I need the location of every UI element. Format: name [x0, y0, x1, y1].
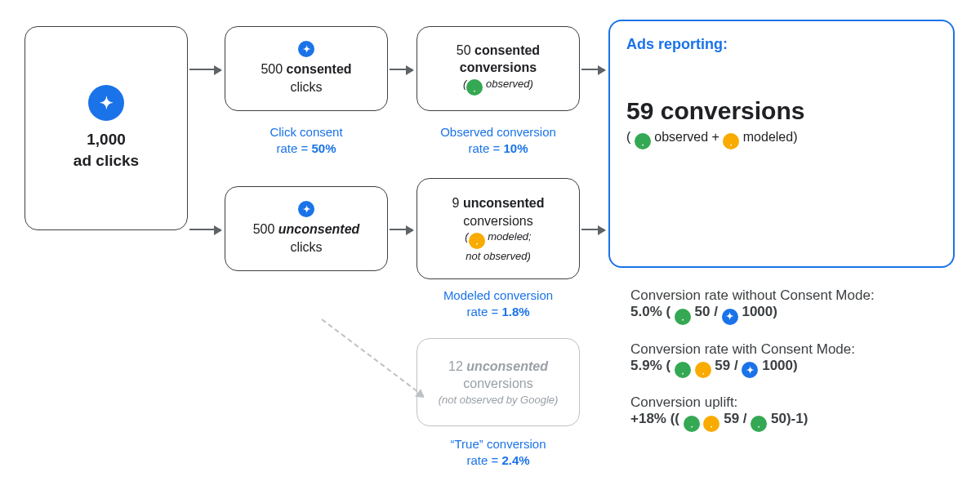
node-consented-clicks: ✦ 500 consented clicks [225, 26, 388, 111]
true-conv-word: unconsented [466, 359, 548, 373]
stats-block: Conversion rate without Consent Mode: 5.… [630, 287, 957, 448]
consented-conv-word: consented [474, 43, 540, 57]
caption-modeled-a: Modeled conversion [418, 287, 578, 304]
true-conv-note: (not observed by Google) [439, 393, 559, 408]
arrow-start-to-consented [189, 69, 220, 70]
caption-true-v: 2.4% [501, 453, 529, 467]
observed-icon: ܂ [675, 309, 691, 325]
panel-ads-reporting: Ads reporting: 59 conversions ( ܂ observ… [608, 20, 955, 268]
node-true-conversions: 12 unconsented conversions (not observed… [416, 338, 580, 426]
stat-row3-label: Conversion uplift: [630, 394, 957, 411]
arrow-unconsented-clicks-to-conv [390, 229, 412, 230]
node-consented-conversions: 50 consented conversions (܂ observed) [416, 26, 580, 111]
unconsented-conv-note: modeled; [488, 230, 531, 243]
observed-icon: ܂ [675, 362, 691, 378]
consented-clicks-label: clicks [290, 78, 322, 96]
caption-true-b: rate = [466, 453, 501, 467]
caption-click-consent-a: Click consent [232, 124, 381, 140]
modeled-icon: ܂ [695, 362, 711, 378]
click-icon: ✦ [722, 309, 738, 325]
report-title: Ads reporting: [626, 34, 728, 54]
arrow-consented-clicks-to-conv [390, 69, 412, 70]
caption-click-consent-b: rate = [277, 141, 312, 155]
unconsented-conv-word: unconsented [463, 196, 545, 210]
true-conv-label: conversions [463, 375, 532, 393]
caption-modeled-v: 1.8% [501, 305, 529, 318]
node-unconsented-conversions: 9 unconsented conversions (܂ modeled; no… [416, 178, 580, 279]
ad-clicks-label: ad clicks [74, 150, 139, 172]
click-icon: ✦ [88, 85, 124, 121]
caption-true: “True” conversion rate = 2.4% [418, 436, 578, 470]
node-unconsented-clicks: ✦ 500 unconsented clicks [225, 186, 388, 271]
observed-icon: ܂ [684, 416, 700, 432]
caption-observed-v: 10% [503, 141, 528, 155]
report-headline: 59 conversions [626, 95, 804, 128]
stat-row1-value: 5.0% ( ܂ 50 / ✦ 1000) [630, 304, 957, 325]
consented-clicks-word: consented [287, 62, 352, 76]
caption-modeled: Modeled conversion rate = 1.8% [418, 287, 578, 321]
unconsented-clicks-label: clicks [290, 238, 322, 256]
caption-observed: Observed conversion rate = 10% [418, 124, 578, 158]
consented-conv-count: 50 [457, 43, 471, 57]
stat-row1-label: Conversion rate without Consent Mode: [630, 287, 957, 304]
unconsented-conv-note2: not observed) [466, 249, 531, 264]
click-icon: ✦ [298, 41, 314, 57]
unconsented-clicks-count: 500 [253, 222, 275, 236]
true-conv-count: 12 [448, 359, 463, 373]
caption-observed-a: Observed conversion [418, 124, 578, 140]
caption-click-consent-v: 50% [311, 141, 336, 155]
stat-row2-label: Conversion rate with Consent Mode: [630, 341, 957, 358]
node-ad-clicks: ✦ 1,000 ad clicks [24, 26, 188, 230]
ad-clicks-count: 1,000 [87, 129, 126, 150]
caption-modeled-b: rate = [466, 305, 501, 318]
consented-conv-label: conversions [460, 59, 537, 77]
unconsented-clicks-word: unconsented [278, 222, 360, 236]
observed-icon: ܂ [751, 416, 767, 432]
arrow-start-to-unconsented [189, 229, 220, 230]
click-icon: ✦ [298, 201, 314, 217]
modeled-icon: ܂ [703, 416, 719, 432]
report-subline: ( ܂ observed + ܂ modeled) [626, 128, 797, 149]
consented-clicks-count: 500 [261, 62, 283, 76]
click-icon: ✦ [742, 362, 758, 378]
caption-click-consent: Click consent rate = 50% [232, 124, 381, 158]
arrow-unconsented-to-true [321, 318, 424, 396]
diagram-canvas: ✦ 1,000 ad clicks ✦ 500 consented clicks… [0, 0, 980, 490]
modeled-icon: ܂ [469, 233, 485, 249]
unconsented-conv-label: conversions [463, 212, 532, 230]
unconsented-conv-count: 9 [452, 196, 460, 210]
arrow-unconsented-conv-to-report [581, 229, 604, 230]
arrow-consented-conv-to-report [581, 69, 604, 70]
stat-row2-value: 5.9% ( ܂ ܂ 59 / ✦ 1000) [630, 358, 957, 379]
stat-row3-value: +18% (( ܂ ܂ 59 / ܂ 50)-1) [630, 411, 957, 432]
modeled-icon: ܂ [723, 133, 739, 149]
observed-icon: ܂ [466, 79, 483, 96]
consented-conv-note: observed) [486, 78, 533, 90]
observed-icon: ܂ [635, 133, 651, 149]
caption-true-a: “True” conversion [418, 436, 578, 452]
caption-observed-b: rate = [469, 141, 504, 155]
